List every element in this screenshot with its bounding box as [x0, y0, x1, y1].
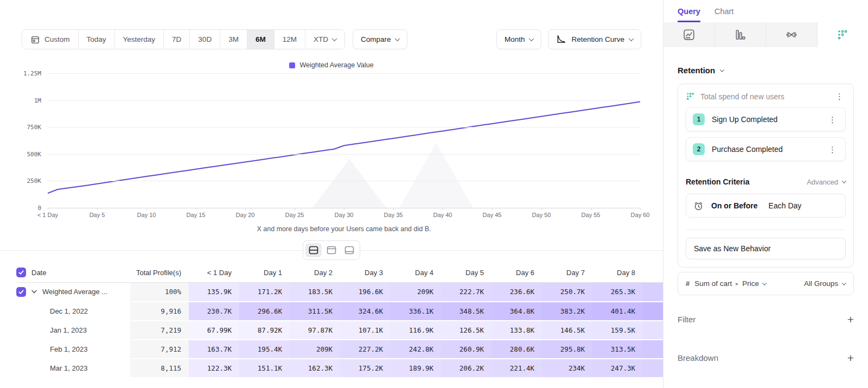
measurement-property-dropdown[interactable]: Sum of cart ▸ Price — [694, 279, 766, 288]
retention-value-cell[interactable]: 196.6K — [340, 283, 391, 302]
tab-query[interactable]: Query — [678, 7, 700, 22]
criteria-mode-dropdown[interactable]: Advanced — [807, 178, 846, 186]
column-header[interactable]: Total Profile(s) — [130, 263, 189, 283]
retention-value-cell[interactable]: 234K — [542, 359, 592, 378]
retention-value-cell[interactable]: 171.2K — [239, 283, 290, 302]
range-3m[interactable]: 3M — [220, 30, 247, 49]
row-label-cell[interactable]: Weighted Average ... — [16, 283, 130, 302]
expand-row-icon[interactable] — [31, 290, 37, 294]
column-header[interactable]: Day 8 — [592, 263, 643, 283]
retention-value-cell[interactable]: 242.8K — [391, 340, 441, 359]
timing-row[interactable]: On or Before Each Day — [686, 194, 846, 218]
tab-chart[interactable]: Chart — [714, 7, 733, 22]
column-header-date[interactable]: Date — [16, 263, 130, 283]
layout-bottom-icon[interactable] — [341, 243, 358, 257]
range-today[interactable]: Today — [79, 30, 115, 49]
tab-retention-icon[interactable] — [818, 22, 868, 47]
retention-value-cell[interactable]: 383.2K — [542, 302, 592, 321]
column-header[interactable]: Day 2 — [290, 263, 340, 283]
range-6m[interactable]: 6M — [247, 30, 275, 49]
retention-value-cell[interactable]: 222.7K — [441, 283, 492, 302]
column-header[interactable]: Day 1 — [239, 263, 290, 283]
compare-button[interactable]: Compare — [353, 29, 408, 49]
range-yesterday[interactable]: Yesterday — [115, 30, 164, 49]
row-checkbox[interactable] — [16, 268, 26, 277]
retention-value-cell[interactable]: 336.1K — [391, 302, 441, 321]
column-header[interactable]: Day 4 — [391, 263, 441, 283]
retention-value-cell[interactable]: 364.8K — [492, 302, 542, 321]
range-30d[interactable]: 30D — [190, 30, 220, 49]
retention-value-cell[interactable]: 206.2K — [441, 359, 492, 378]
add-filter-icon[interactable]: + — [847, 314, 854, 325]
retention-value-cell[interactable]: 195.4K — [239, 340, 290, 359]
more-options-icon[interactable]: ⋮ — [833, 91, 846, 101]
retention-value-cell[interactable]: 175.2K — [340, 359, 391, 378]
retention-value-cell[interactable]: 163.7K — [189, 340, 239, 359]
tab-flows-icon[interactable] — [766, 22, 818, 47]
retention-value-cell[interactable]: 260.9K — [441, 340, 492, 359]
retention-value-cell[interactable]: 122.3K — [189, 359, 239, 378]
retention-value-cell[interactable]: 183.5K — [290, 283, 340, 302]
retention-value-cell[interactable]: 313.5K — [592, 340, 643, 359]
group-dropdown[interactable]: All Groups — [804, 279, 846, 288]
retention-value-cell[interactable]: 209K — [391, 283, 441, 302]
retention-value-cell[interactable]: 296.6K — [239, 302, 290, 321]
retention-value-cell[interactable]: 159.5K — [592, 321, 643, 340]
retention-value-cell[interactable]: 189.9K — [391, 359, 441, 378]
retention-value-cell[interactable]: 401.4K — [592, 302, 643, 321]
retention-value-cell[interactable]: 97.87K — [290, 321, 340, 340]
behavior-step-1[interactable]: 1Sign Up Completed⋮ — [686, 107, 846, 131]
range-12m[interactable]: 12M — [275, 30, 305, 49]
retention-value-cell-clipped[interactable] — [643, 359, 663, 378]
layout-top-icon[interactable] — [323, 243, 340, 257]
retention-value-cell[interactable]: 107.1K — [340, 321, 391, 340]
tab-insights-icon[interactable] — [663, 22, 715, 47]
retention-value-cell[interactable]: 230.7K — [189, 302, 239, 321]
retention-value-cell[interactable]: 324.6K — [340, 302, 391, 321]
row-label[interactable]: Weighted Average ... — [42, 288, 107, 296]
column-header[interactable]: < 1 Day — [189, 263, 239, 283]
retention-value-cell[interactable]: 247.3K — [592, 359, 643, 378]
retention-value-cell[interactable]: 265.3K — [592, 283, 643, 302]
retention-value-cell-clipped[interactable] — [643, 302, 663, 321]
retention-value-cell-clipped[interactable] — [643, 283, 663, 302]
retention-value-cell[interactable]: 146.5K — [542, 321, 592, 340]
retention-value-cell[interactable]: 87.92K — [239, 321, 290, 340]
column-header[interactable]: Day 5 — [441, 263, 492, 283]
retention-value-cell[interactable]: 221.4K — [492, 359, 542, 378]
retention-value-cell[interactable]: 236.6K — [492, 283, 542, 302]
retention-value-cell[interactable]: 67.99K — [189, 321, 239, 340]
save-as-new-behavior-button[interactable]: Save as New Behavior — [686, 238, 846, 259]
retention-value-cell[interactable]: 126.5K — [441, 321, 492, 340]
timing-mode-label[interactable]: On or Before — [711, 201, 758, 210]
retention-value-cell[interactable]: 250.7K — [542, 283, 592, 302]
retention-value-cell[interactable]: 151.1K — [239, 359, 290, 378]
retention-value-cell[interactable]: 348.5K — [441, 302, 492, 321]
retention-value-cell[interactable]: 227.2K — [340, 340, 391, 359]
add-breakdown-icon[interactable]: + — [847, 352, 854, 364]
retention-value-cell[interactable]: 162.3K — [290, 359, 340, 378]
column-header[interactable]: Day 6 — [492, 263, 542, 283]
retention-value-cell[interactable]: 311.5K — [290, 302, 340, 321]
retention-value-cell-clipped[interactable] — [643, 321, 663, 340]
retention-value-cell[interactable]: 280.6K — [492, 340, 542, 359]
behavior-step-2[interactable]: 2Purchase Completed⋮ — [686, 137, 846, 161]
retention-value-cell-clipped[interactable] — [643, 340, 663, 359]
retention-value-cell[interactable]: 116.9K — [391, 321, 441, 340]
tab-funnels-icon[interactable] — [715, 22, 767, 47]
row-label-cell[interactable]: Mar 1, 2023 — [16, 359, 130, 378]
row-label-cell[interactable]: Jan 1, 2023 — [16, 321, 130, 340]
retention-value-cell[interactable]: 209K — [290, 340, 340, 359]
granularity-dropdown[interactable]: Month — [496, 29, 542, 49]
more-options-icon[interactable]: ⋮ — [826, 115, 839, 125]
timing-unit-label[interactable]: Each Day — [769, 201, 802, 210]
layout-split-icon[interactable] — [305, 243, 322, 257]
more-options-icon[interactable]: ⋮ — [826, 144, 839, 155]
retention-value-cell[interactable]: 295.8K — [542, 340, 592, 359]
chart-type-dropdown[interactable]: Retention Curve — [548, 29, 641, 49]
column-header[interactable]: Day 7 — [542, 263, 592, 283]
row-checkbox[interactable] — [16, 287, 26, 297]
range-custom[interactable]: Custom — [22, 30, 79, 49]
row-label-cell[interactable]: Feb 1, 2023 — [16, 340, 130, 359]
retention-value-cell[interactable]: 133.8K — [492, 321, 542, 340]
